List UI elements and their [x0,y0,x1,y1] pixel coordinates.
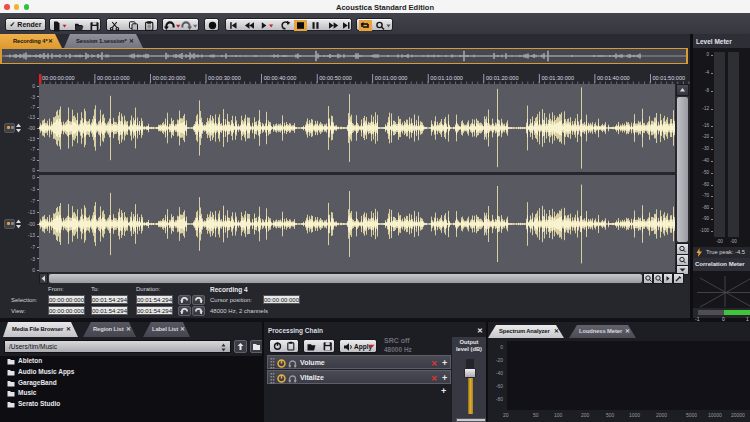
svg-text:00:01:30:000: 00:01:30:000 [541,75,574,81]
svg-text:00:00:20:000: 00:00:20:000 [153,75,186,81]
svg-text:00:01:40:000: 00:01:40:000 [597,75,630,81]
svg-text:00:01:10:000: 00:01:10:000 [430,75,463,81]
svg-text:00:01:20:000: 00:01:20:000 [486,75,519,81]
svg-text:00:00:10:000: 00:00:10:000 [97,75,130,81]
svg-text:00:01:50:000: 00:01:50:000 [653,75,686,81]
svg-text:00:00:40:000: 00:00:40:000 [264,75,297,81]
svg-text:00:00:50:000: 00:00:50:000 [319,75,352,81]
svg-text:00:01:00:000: 00:01:00:000 [375,75,408,81]
svg-text:00:00:30:000: 00:00:30:000 [208,75,241,81]
svg-text:00:00:00:000: 00:00:00:000 [42,75,75,81]
